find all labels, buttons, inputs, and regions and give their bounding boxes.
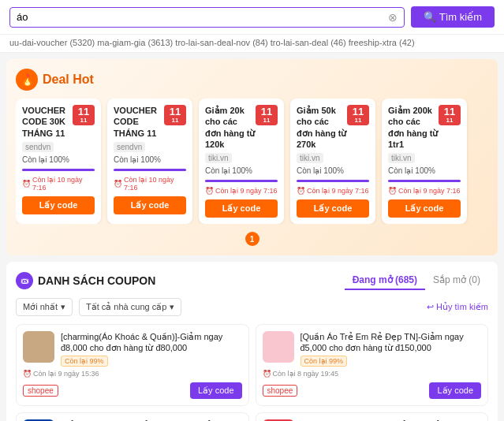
voucher-provider: tiki.vn	[205, 153, 232, 163]
clock-icon: ⏰	[263, 370, 271, 378]
coupon-platform: shopee	[23, 385, 58, 397]
coupon-time: ⏰ Còn lại 9 ngày 15:36	[23, 370, 242, 378]
progress-bar	[297, 180, 369, 182]
coupon-list-icon: 🎟	[16, 272, 33, 289]
coupon-thumb	[23, 331, 54, 363]
coupon-list-title-wrap: 🎟 DANH SÁCH COUPON	[16, 272, 155, 289]
coupon-badge: Còn lại 99%	[61, 356, 108, 367]
voucher-time-text: Còn lại 10 ngày 7:16	[124, 176, 186, 192]
coupon-time-text: Còn lại 8 ngày 19:45	[273, 370, 339, 378]
voucher-title: Giảm 20k cho các đơn hàng từ 120k	[205, 105, 256, 150]
filter-left: Mới nhất ▾ Tất cả nhà cung cấp ▾	[16, 298, 181, 316]
coupon-list-section: 🎟 DANH SÁCH COUPON Đang mở (685)Sắp mở (…	[6, 262, 498, 421]
progress-bar	[22, 169, 95, 171]
coupon-thumb	[263, 331, 294, 363]
voucher-card-3: Giảm 50k cho các đơn hàng từ 270k 11 11 …	[290, 99, 375, 224]
voucher-provider: tiki.vn	[388, 153, 415, 163]
coupon-tabs: Đang mở (685)Sắp mở (0)	[345, 271, 488, 290]
coupon-item-top: [charming(Áo Khoác & Quần)]-Giảm ngay đ8…	[23, 331, 242, 367]
lay-code-button-3[interactable]: Lấy code	[297, 199, 369, 218]
progress-fill	[297, 180, 369, 182]
coupon-time-text: Còn lại 9 ngày 15:36	[33, 370, 99, 378]
coupon-list-title: DANH SÁCH COUPON	[38, 274, 155, 287]
page-dot-1[interactable]: 1	[245, 232, 259, 246]
search-bar: áo ⊗ 🔍 Tìm kiếm	[0, 0, 504, 35]
voucher-provider: sendvn	[114, 142, 145, 152]
lay-code-button-2[interactable]: Lấy code	[205, 199, 278, 218]
lay-code-button-0[interactable]: Lấy code	[22, 196, 95, 214]
voucher-cards: VOUCHER CODE 30K THÁNG 11 11 11 sendvn C…	[16, 99, 488, 224]
coupon-item-bottom: shopee Lấy code	[23, 382, 242, 399]
voucher-time-text: Còn lại 9 ngày 7:16	[307, 187, 369, 195]
voucher-remaining: Còn lại 100%	[205, 166, 278, 175]
voucher-badge-num: 11	[78, 106, 89, 117]
voucher-time-text: Còn lại 9 ngày 7:16	[398, 187, 461, 195]
coupon-grid: [charming(Áo Khoác & Quần)]-Giảm ngay đ8…	[16, 324, 488, 421]
progress-bar	[114, 169, 186, 171]
coupon-platform: shopee	[263, 385, 298, 397]
voucher-title: VOUCHER CODE 30K THÁNG 11	[22, 105, 73, 139]
filter-newest[interactable]: Mới nhất ▾	[16, 298, 73, 316]
voucher-time: ⏰ Còn lại 9 ngày 7:16	[205, 187, 278, 195]
chevron-down-icon-2: ▾	[170, 302, 174, 312]
clock-icon: ⏰	[23, 370, 32, 378]
progress-fill	[114, 169, 186, 171]
search-input-wrap: áo ⊗	[9, 7, 405, 28]
clear-icon[interactable]: ⊗	[388, 11, 398, 24]
progress-fill	[388, 180, 461, 182]
coupon-name: [Quần Áo Trẻ Em Rẻ Đẹp TN]-Giảm ngay đ5,…	[301, 331, 482, 354]
voucher-time: ⏰ Còn lại 10 ngày 7:16	[22, 176, 95, 192]
cancel-search-button[interactable]: ↩ Hủy tìm kiếm	[427, 302, 488, 312]
voucher-badge: 11 11	[256, 105, 278, 125]
search-button-label: Tìm kiếm	[439, 11, 482, 23]
coupon-list-header: 🎟 DANH SÁCH COUPON Đang mở (685)Sắp mở (…	[16, 271, 488, 290]
voucher-remaining: Còn lại 100%	[114, 155, 186, 164]
coupon-item-2: [Cửa hàng quần áo trẻ em Kids28]-Giảm ng…	[16, 412, 249, 421]
coupon-item-3: [Sukids Store - Quần áo trẻ em]-Giảm nga…	[256, 412, 489, 421]
coupon-tab-1[interactable]: Sắp mở (0)	[425, 271, 488, 290]
tag-row: uu-dai-voucher (5320) ma-giam-gia (3613)…	[0, 35, 504, 53]
deal-hot-header: 🔥 Deal Hot	[16, 69, 488, 91]
coupon-lay-code-button-1[interactable]: Lấy code	[429, 382, 481, 399]
voucher-badge: 11 11	[439, 105, 461, 125]
coupon-info: [Quần Áo Trẻ Em Rẻ Đẹp TN]-Giảm ngay đ5,…	[301, 331, 482, 367]
search-button[interactable]: 🔍 Tìm kiếm	[411, 6, 495, 28]
voucher-badge-label: 11	[263, 117, 271, 124]
voucher-badge-num: 11	[170, 106, 181, 117]
search-input[interactable]: áo	[17, 11, 388, 23]
voucher-time-text: Còn lại 9 ngày 7:16	[215, 187, 278, 195]
filter-newest-label: Mới nhất	[23, 302, 58, 312]
lay-code-button-4[interactable]: Lấy code	[388, 199, 461, 218]
voucher-title: Giảm 50k cho các đơn hàng từ 270k	[297, 105, 347, 150]
voucher-time: ⏰ Còn lại 10 ngày 7:16	[114, 176, 186, 192]
voucher-badge-label: 11	[355, 117, 362, 124]
clock-icon: ⏰	[297, 187, 305, 195]
coupon-info: [charming(Áo Khoác & Quần)]-Giảm ngay đ8…	[61, 331, 242, 367]
voucher-remaining: Còn lại 100%	[388, 166, 461, 175]
clock-icon: ⏰	[22, 180, 31, 188]
lay-code-button-1[interactable]: Lấy code	[114, 196, 186, 214]
voucher-remaining: Còn lại 100%	[22, 155, 95, 164]
deal-hot-icon: 🔥	[16, 69, 38, 91]
voucher-provider: sendvn	[22, 142, 54, 152]
progress-fill	[22, 169, 95, 171]
clock-icon: ⏰	[205, 187, 214, 195]
voucher-badge-label: 11	[446, 117, 454, 124]
voucher-badge-num: 11	[444, 106, 455, 117]
voucher-card-4: Giảm 200k cho các đơn hàng từ 1tr1 11 11…	[382, 99, 467, 224]
coupon-lay-code-button-0[interactable]: Lấy code	[190, 382, 242, 399]
coupon-badge: Còn lại 99%	[301, 356, 348, 367]
voucher-remaining: Còn lại 100%	[297, 166, 369, 175]
voucher-card-header: VOUCHER CODE THÁNG 11 11 11	[114, 105, 186, 139]
progress-bar	[205, 180, 278, 182]
progress-fill	[205, 180, 278, 182]
coupon-name: [charming(Áo Khoác & Quần)]-Giảm ngay đ8…	[61, 331, 242, 354]
coupon-tab-0[interactable]: Đang mở (685)	[345, 271, 425, 290]
voucher-card-header: VOUCHER CODE 30K THÁNG 11 11 11	[22, 105, 95, 139]
filter-provider[interactable]: Tất cả nhà cung cấp ▾	[79, 298, 181, 316]
progress-bar	[388, 180, 461, 182]
coupon-item-top: [Quần Áo Trẻ Em Rẻ Đẹp TN]-Giảm ngay đ5,…	[263, 331, 482, 367]
clock-icon: ⏰	[114, 180, 122, 188]
voucher-badge-label: 11	[172, 117, 179, 124]
voucher-title: VOUCHER CODE THÁNG 11	[114, 105, 164, 139]
